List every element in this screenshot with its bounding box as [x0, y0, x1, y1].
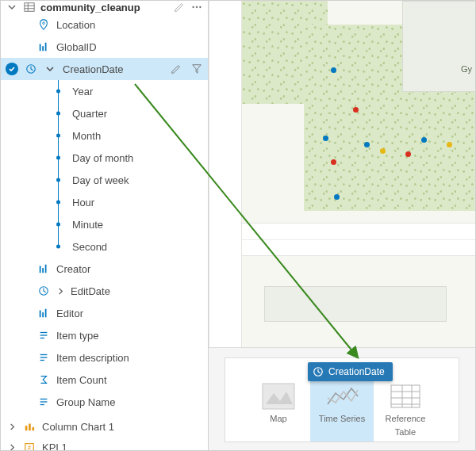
number-type-icon — [37, 41, 50, 52]
timeseries-thumb-icon — [324, 382, 359, 411]
element-column-chart-1[interactable]: Column Chart 1 — [1, 416, 208, 437]
svg-point-7 — [43, 22, 45, 25]
selected-check-icon — [6, 63, 18, 75]
svg-rect-10 — [45, 43, 47, 52]
field-globalid[interactable]: GlobalID — [1, 36, 208, 58]
field-label: Editor — [56, 308, 83, 319]
svg-point-6 — [199, 6, 201, 8]
location-type-icon — [37, 19, 50, 30]
fields-panel: community_cleanup Location G — [1, 1, 209, 450]
drop-target-inner[interactable]: Map Time Series Reference Table — [225, 357, 459, 442]
field-creator[interactable]: Creator — [1, 258, 208, 280]
svg-rect-8 — [40, 44, 41, 52]
field-groupname[interactable]: Group Name — [1, 391, 208, 413]
date-parts-list: Year Quarter Month Day of month Day of w… — [1, 80, 208, 258]
field-editor[interactable]: Editor — [1, 302, 208, 324]
field-label: GlobalID — [56, 41, 97, 53]
text-type-icon — [37, 352, 50, 363]
svg-rect-30 — [33, 427, 35, 430]
layer-header[interactable]: community_cleanup — [1, 1, 208, 13]
date-part-second[interactable]: Second — [1, 235, 208, 258]
map-point — [331, 67, 336, 73]
map-point — [447, 142, 452, 147]
date-part-hour[interactable]: Hour — [1, 191, 208, 213]
table-thumb-icon — [388, 382, 423, 411]
table-icon — [23, 1, 36, 13]
svg-rect-14 — [45, 265, 47, 273]
drop-option-map[interactable]: Map — [247, 377, 310, 441]
clock-icon — [313, 366, 324, 377]
field-label: CreationDate — [63, 63, 124, 75]
caret-right-icon[interactable] — [56, 288, 64, 295]
field-itemdesc[interactable]: Item description — [1, 346, 208, 369]
more-options-icon[interactable] — [190, 1, 203, 13]
field-location[interactable]: Location — [1, 13, 208, 36]
svg-rect-28 — [25, 426, 28, 430]
field-creationdate[interactable]: CreationDate — [1, 58, 208, 80]
date-part-minute[interactable]: Minute — [1, 213, 208, 235]
text-type-icon — [37, 396, 50, 407]
map-view[interactable]: Gy — [209, 1, 475, 347]
kpi-icon: # — [23, 441, 36, 450]
svg-point-5 — [196, 6, 198, 8]
drop-label: Map — [270, 414, 286, 424]
elements-list: Column Chart 1 # KPI 1 — [1, 416, 208, 450]
svg-rect-13 — [42, 268, 44, 273]
svg-point-4 — [192, 6, 194, 8]
field-itemcount[interactable]: Item Count — [1, 369, 208, 391]
number-type-icon — [37, 308, 50, 319]
date-part-month[interactable]: Month — [1, 124, 208, 147]
map-point — [364, 142, 370, 147]
drop-label-2: Table — [395, 427, 416, 438]
date-part-year[interactable]: Year — [1, 80, 208, 102]
caret-right-icon[interactable] — [9, 441, 17, 451]
caret-right-icon[interactable] — [9, 421, 17, 433]
rename-icon[interactable] — [173, 1, 186, 13]
date-part-dayofmonth[interactable]: Day of month — [1, 147, 208, 169]
drop-option-reftable[interactable]: Reference Table — [374, 377, 437, 441]
filter-field-icon[interactable] — [190, 63, 203, 75]
number-type-icon — [37, 263, 50, 274]
field-itemtype[interactable]: Item type — [1, 324, 208, 346]
map-point — [380, 148, 386, 154]
date-part-dayofweek[interactable]: Day of week — [1, 169, 208, 191]
map-poi-label: Gy — [461, 64, 472, 74]
expand-caret-icon[interactable] — [6, 1, 18, 13]
column-chart-icon — [23, 420, 36, 433]
field-list: Location GlobalID Crea — [1, 13, 208, 413]
expand-date-icon[interactable] — [44, 63, 56, 75]
svg-rect-16 — [40, 311, 41, 318]
element-label: KPI 1 — [42, 441, 67, 451]
svg-rect-9 — [42, 46, 44, 51]
element-label: Column Chart 1 — [42, 421, 114, 433]
map-point — [331, 159, 336, 165]
svg-rect-18 — [45, 309, 47, 318]
svg-rect-0 — [25, 3, 34, 12]
drop-target-panel: Map Time Series Reference Table — [209, 347, 475, 450]
svg-rect-29 — [29, 424, 31, 431]
drag-chip[interactable]: CreationDate — [308, 362, 393, 381]
drop-label: Time Series — [319, 414, 365, 424]
canvas-area: Gy Map — [209, 1, 475, 450]
field-label: Group Name — [56, 396, 115, 408]
field-label: Location — [56, 19, 95, 31]
map-point — [421, 137, 427, 143]
field-label: Item description — [56, 352, 129, 364]
element-kpi-1[interactable]: # KPI 1 — [1, 437, 208, 450]
date-part-quarter[interactable]: Quarter — [1, 102, 208, 124]
clock-type-icon — [25, 63, 37, 75]
map-point — [405, 151, 411, 157]
map-point — [323, 136, 328, 141]
map-point — [334, 194, 340, 200]
field-label: Creator — [56, 263, 90, 275]
sigma-type-icon — [37, 374, 50, 385]
drop-option-timeseries[interactable]: Time Series — [310, 377, 374, 441]
svg-rect-33 — [263, 384, 294, 409]
field-label: EditDate — [71, 285, 110, 297]
edit-field-icon[interactable] — [170, 63, 182, 75]
svg-text:#: # — [28, 445, 31, 450]
clock-type-icon — [37, 285, 50, 296]
drag-chip-label: CreationDate — [328, 366, 385, 377]
field-editdate[interactable]: EditDate — [1, 280, 208, 302]
map-thumb-icon — [261, 382, 296, 411]
